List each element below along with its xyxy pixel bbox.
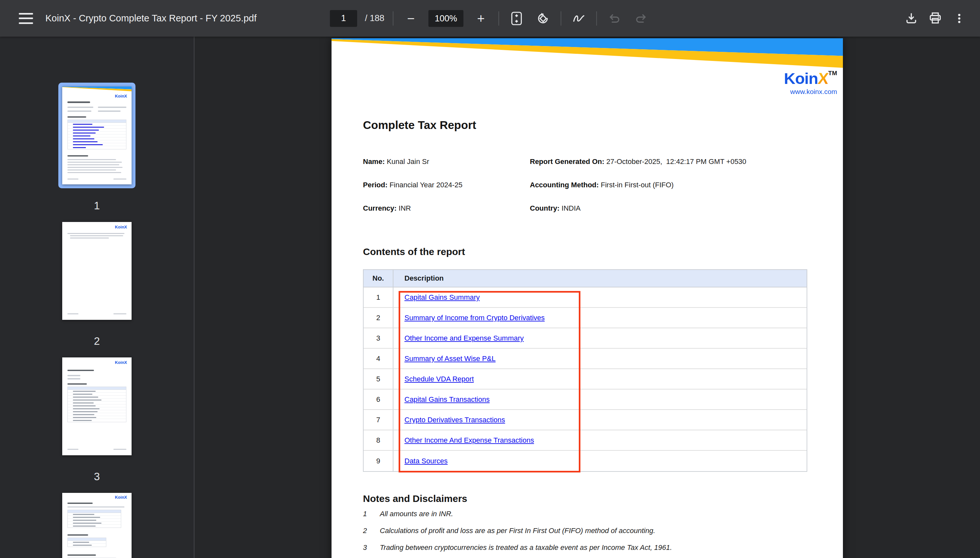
page-total-label: / 188 xyxy=(365,13,384,23)
meta-name-value: Kunal Jain Sr xyxy=(387,158,429,166)
table-row: 3 Other Income and Expense Summary xyxy=(364,328,807,349)
note-number: 2 xyxy=(363,527,380,535)
three-dot-menu-icon[interactable] xyxy=(950,10,969,28)
meta-name-label: Name: xyxy=(363,158,385,166)
download-icon[interactable] xyxy=(902,10,920,28)
table-row: 6 Capital Gains Transactions xyxy=(364,389,807,410)
table-row: 7 Crypto Derivatives Transactions xyxy=(364,410,807,430)
contents-heading: Contents of the report xyxy=(363,246,465,257)
row-number: 1 xyxy=(364,287,394,307)
row-number: 6 xyxy=(364,389,394,409)
redo-icon xyxy=(632,10,650,28)
thumbnail-sidebar: KoinX xyxy=(0,37,194,558)
zoom-level-display[interactable]: 100% xyxy=(428,10,463,27)
document-title: KoinX - Crypto Complete Tax Report - FY … xyxy=(45,13,257,24)
toolbar: KoinX - Crypto Complete Tax Report - FY … xyxy=(0,0,980,37)
meta-period: Period: Financial Year 2024-25 xyxy=(363,181,463,189)
toc-link-data-sources[interactable]: Data Sources xyxy=(404,457,448,465)
contents-table-header: No. Description xyxy=(364,270,807,287)
toc-link-other-income-expense-summary[interactable]: Other Income and Expense Summary xyxy=(404,334,524,343)
meta-country-value: INDIA xyxy=(561,204,581,212)
separator xyxy=(498,11,499,26)
meta-accounting-method: Accounting Method: First-in First-out (F… xyxy=(530,181,674,189)
toolbar-left: KoinX - Crypto Complete Tax Report - FY … xyxy=(0,13,257,24)
row-number: 2 xyxy=(364,308,394,328)
separator xyxy=(393,11,394,26)
menu-icon[interactable] xyxy=(19,13,33,24)
pdf-viewport[interactable]: KoinXTM www.koinx.com Complete Tax Repor… xyxy=(194,37,980,558)
thumbnail-label: 2 xyxy=(94,332,100,350)
thumbnail-label: 1 xyxy=(94,197,100,215)
toolbar-right xyxy=(902,10,980,28)
toc-link-other-income-expense-transactions[interactable]: Other Income And Expense Transactions xyxy=(404,436,534,445)
row-number: 4 xyxy=(364,349,394,368)
header-ribbon-graphic xyxy=(332,38,843,69)
logo-website-link[interactable]: www.koinx.com xyxy=(784,88,837,95)
meta-name: Name: Kunal Jain Sr xyxy=(363,158,429,166)
table-row: 8 Other Income And Expense Transactions xyxy=(364,430,807,451)
note-text: All amounts are in INR. xyxy=(380,510,453,518)
logo-koin-text: Koin xyxy=(784,70,818,87)
meta-period-value: Financial Year 2024-25 xyxy=(389,181,463,189)
meta-currency: Currency: INR xyxy=(363,204,411,213)
toc-link-capital-gains-transactions[interactable]: Capital Gains Transactions xyxy=(404,396,490,404)
column-header-description: Description xyxy=(394,274,807,282)
note-item: 3Trading between cryptocurrencies is tre… xyxy=(363,543,672,552)
row-number: 7 xyxy=(364,410,394,430)
row-number: 3 xyxy=(364,328,394,348)
toc-link-income-crypto-derivatives[interactable]: Summary of Income from Crypto Derivative… xyxy=(404,313,545,322)
meta-generated-label: Report Generated On: xyxy=(530,158,604,166)
table-row: 5 Schedule VDA Report xyxy=(364,369,807,389)
contents-table: No. Description 1 Capital Gains Summary … xyxy=(363,269,807,472)
pdf-page-1: KoinXTM www.koinx.com Complete Tax Repor… xyxy=(332,38,843,558)
pdf-viewer-app: KoinX - Crypto Complete Tax Report - FY … xyxy=(0,0,980,558)
meta-currency-label: Currency: xyxy=(363,204,397,212)
report-title: Complete Tax Report xyxy=(363,118,476,131)
table-row: 9 Data Sources xyxy=(364,451,807,471)
column-header-no: No. xyxy=(364,270,394,287)
meta-country: Country: INDIA xyxy=(530,204,580,213)
note-number: 3 xyxy=(363,543,380,552)
toc-link-schedule-vda-report[interactable]: Schedule VDA Report xyxy=(404,375,474,383)
zoom-out-button[interactable]: − xyxy=(402,10,420,28)
meta-period-label: Period: xyxy=(363,181,387,189)
page-thumbnail-1[interactable]: KoinX xyxy=(58,83,135,215)
page-number-input[interactable] xyxy=(330,10,357,27)
separator xyxy=(596,11,597,26)
thumbnail-label: 3 xyxy=(94,468,100,486)
table-row: 1 Capital Gains Summary xyxy=(364,287,807,308)
print-icon[interactable] xyxy=(926,10,944,28)
ink-pen-icon[interactable] xyxy=(570,10,588,28)
page-thumbnail-3[interactable]: KoinX xyxy=(58,353,135,486)
row-number: 8 xyxy=(364,430,394,450)
meta-currency-value: INR xyxy=(399,204,411,212)
toc-link-crypto-derivatives-transactions[interactable]: Crypto Derivatives Transactions xyxy=(404,416,505,424)
row-number: 5 xyxy=(364,369,394,389)
logo-tm-mark: TM xyxy=(828,70,837,77)
zoom-in-button[interactable]: + xyxy=(472,10,490,28)
thumbnail-page-preview: KoinX xyxy=(62,87,131,184)
note-text: Calculations of profit and loss are as p… xyxy=(380,527,655,535)
row-number: 9 xyxy=(364,451,394,471)
toolbar-center: / 188 − 100% + xyxy=(330,0,650,37)
meta-accounting-value: First-in First-out (FIFO) xyxy=(601,181,674,189)
rotate-icon[interactable] xyxy=(534,10,552,28)
fit-to-page-icon[interactable] xyxy=(507,10,526,28)
note-item: 1All amounts are in INR. xyxy=(363,510,453,518)
separator xyxy=(561,11,561,26)
page-thumbnail-2[interactable]: KoinX 2 xyxy=(58,218,135,350)
note-item: 2Calculations of profit and loss are as … xyxy=(363,527,655,535)
meta-accounting-label: Accounting Method: xyxy=(530,181,599,189)
table-row: 2 Summary of Income from Crypto Derivati… xyxy=(364,308,807,328)
thumbnail-page-preview: KoinX xyxy=(62,222,131,320)
notes-heading: Notes and Disclaimers xyxy=(363,493,467,504)
logo-x-text: X xyxy=(817,71,829,87)
table-row: 4 Summary of Asset Wise P&L xyxy=(364,349,807,369)
meta-generated-on: Report Generated On: 27-October-2025, 12… xyxy=(530,158,746,166)
note-number: 1 xyxy=(363,510,380,518)
toc-link-asset-wise-pnl[interactable]: Summary of Asset Wise P&L xyxy=(404,354,496,363)
thumbnail-page-preview: KoinX xyxy=(62,358,131,455)
meta-country-label: Country: xyxy=(530,204,560,212)
page-thumbnail-4[interactable]: KoinX xyxy=(58,489,135,558)
toc-link-capital-gains-summary[interactable]: Capital Gains Summary xyxy=(404,293,479,302)
